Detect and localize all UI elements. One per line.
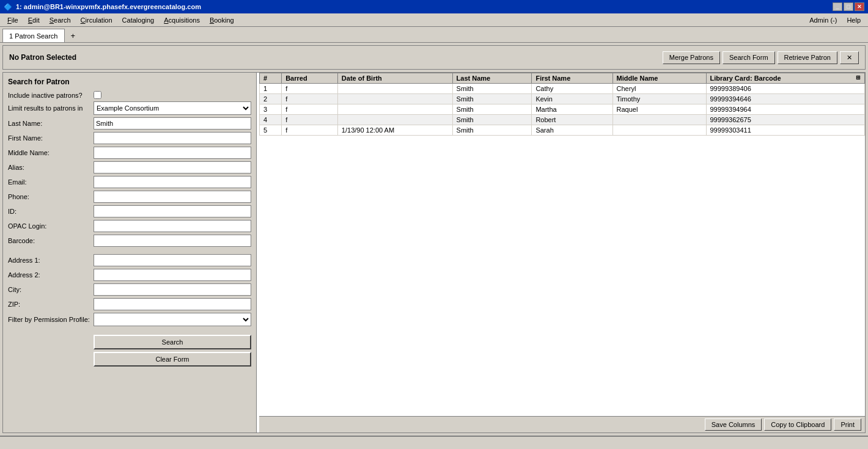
id-row: ID: bbox=[8, 205, 251, 217]
menu-file[interactable]: File bbox=[2, 15, 23, 25]
maximize-button[interactable]: □ bbox=[844, 2, 853, 11]
menu-circulation[interactable]: Circulation bbox=[76, 15, 117, 25]
col-header-num[interactable]: # bbox=[260, 73, 282, 84]
search-button[interactable]: Search bbox=[94, 335, 251, 349]
first-name-input[interactable] bbox=[94, 132, 251, 144]
cell-barred: f bbox=[282, 104, 338, 115]
cell-middleName: Timothy bbox=[612, 94, 706, 104]
limit-patrons-label: Limit results to patrons in bbox=[8, 104, 94, 112]
close-button[interactable]: ✕ bbox=[855, 2, 864, 11]
copy-to-clipboard-button[interactable]: Copy to Clipboard bbox=[764, 418, 831, 431]
cell-middleName: Raquel bbox=[612, 104, 706, 115]
menu-booking[interactable]: Booking bbox=[205, 15, 239, 25]
address2-label: Address 2: bbox=[8, 271, 94, 279]
top-banner: No Patron Selected Merge Patrons Search … bbox=[2, 45, 866, 70]
middle-name-input[interactable] bbox=[94, 147, 251, 159]
table-row[interactable]: 1fSmithCathyCheryl99999389406 bbox=[260, 84, 865, 94]
col-header-firstname[interactable]: First Name bbox=[532, 73, 612, 84]
cell-num: 1 bbox=[260, 84, 282, 94]
limit-patrons-row: Limit results to patrons in Example Cons… bbox=[8, 101, 251, 115]
col-header-lastname[interactable]: Last Name bbox=[452, 73, 532, 84]
address2-input[interactable] bbox=[94, 269, 251, 281]
id-input[interactable] bbox=[94, 205, 251, 217]
email-input[interactable] bbox=[94, 176, 251, 188]
opac-login-row: OPAC Login: bbox=[8, 220, 251, 232]
table-row[interactable]: 3fSmithMarthaRaquel99999394964 bbox=[260, 104, 865, 115]
menu-search[interactable]: Search bbox=[45, 15, 76, 25]
zip-row: ZIP: bbox=[8, 298, 251, 310]
city-row: City: bbox=[8, 283, 251, 296]
address1-label: Address 1: bbox=[8, 257, 94, 264]
address1-row: Address 1: bbox=[8, 254, 251, 266]
last-name-label: Last Name: bbox=[8, 120, 94, 127]
last-name-input[interactable] bbox=[94, 117, 251, 130]
middle-name-row: Middle Name: bbox=[8, 147, 251, 159]
search-form-button[interactable]: Search Form bbox=[723, 51, 775, 64]
city-label: City: bbox=[8, 286, 94, 293]
alias-row: Alias: bbox=[8, 161, 251, 173]
results-table: # Barred Date of Birth Last Name First N… bbox=[259, 73, 865, 136]
merge-patrons-button[interactable]: Merge Patrons bbox=[663, 51, 720, 64]
tab-patron-search[interactable]: 1 Patron Search bbox=[2, 29, 65, 42]
city-input[interactable] bbox=[94, 283, 251, 296]
cell-firstName: Sarah bbox=[532, 125, 612, 136]
main-content: No Patron Selected Merge Patrons Search … bbox=[0, 43, 868, 436]
cell-num: 2 bbox=[260, 94, 282, 104]
include-inactive-label: Include inactive patrons? bbox=[8, 92, 94, 99]
results-table-container[interactable]: # Barred Date of Birth Last Name First N… bbox=[259, 73, 865, 416]
minimize-button[interactable]: _ bbox=[833, 2, 842, 11]
cell-barcode: 99999303411 bbox=[706, 125, 865, 136]
work-area: Search for Patron Include inactive patro… bbox=[2, 72, 866, 433]
menu-edit[interactable]: Edit bbox=[23, 15, 45, 25]
middle-name-label: Middle Name: bbox=[8, 149, 94, 156]
zip-input[interactable] bbox=[94, 298, 251, 310]
print-button[interactable]: Print bbox=[834, 418, 861, 431]
cell-barcode: 99999394964 bbox=[706, 104, 865, 115]
col-header-middlename[interactable]: Middle Name bbox=[612, 73, 706, 84]
col-header-dob[interactable]: Date of Birth bbox=[337, 73, 452, 84]
cell-middleName: Cheryl bbox=[612, 84, 706, 94]
alias-input[interactable] bbox=[94, 161, 251, 173]
menu-cataloging[interactable]: Cataloging bbox=[117, 15, 160, 25]
address2-row: Address 2: bbox=[8, 269, 251, 281]
include-inactive-checkbox[interactable] bbox=[94, 91, 101, 99]
save-columns-button[interactable]: Save Columns bbox=[705, 418, 762, 431]
table-row[interactable]: 2fSmithKevinTimothy99999394646 bbox=[260, 94, 865, 104]
address1-input[interactable] bbox=[94, 254, 251, 266]
phone-input[interactable] bbox=[94, 191, 251, 203]
menu-admin[interactable]: Admin (-) bbox=[804, 15, 842, 25]
cell-lastName: Smith bbox=[452, 94, 532, 104]
cell-barcode: 99999394646 bbox=[706, 94, 865, 104]
permission-profile-label: Filter by Permission Profile: bbox=[8, 316, 94, 323]
cell-dob bbox=[337, 115, 452, 125]
cell-middleName bbox=[612, 115, 706, 125]
cell-dob: 1/13/90 12:00 AM bbox=[337, 125, 452, 136]
permission-profile-dropdown[interactable] bbox=[94, 313, 251, 326]
include-inactive-row: Include inactive patrons? bbox=[8, 91, 251, 99]
cell-barcode: 99999389406 bbox=[706, 84, 865, 94]
barcode-input[interactable] bbox=[94, 235, 251, 247]
tab-patron-search-label: 1 Patron Search bbox=[9, 32, 58, 40]
cell-barred: f bbox=[282, 84, 338, 94]
clear-form-button[interactable]: Clear Form bbox=[94, 352, 251, 367]
limit-patrons-dropdown[interactable]: Example Consortium bbox=[94, 101, 251, 115]
menu-acquisitions[interactable]: Acquisitions bbox=[159, 15, 205, 25]
cell-lastName: Smith bbox=[452, 104, 532, 115]
search-panel: Search for Patron Include inactive patro… bbox=[3, 73, 257, 433]
title-bar-controls[interactable]: _ □ ✕ bbox=[833, 2, 864, 11]
retrieve-patron-button[interactable]: Retrieve Patron bbox=[778, 51, 837, 64]
close-banner-button[interactable]: ✕ bbox=[840, 51, 859, 64]
results-panel: # Barred Date of Birth Last Name First N… bbox=[259, 73, 865, 433]
phone-row: Phone: bbox=[8, 191, 251, 203]
col-header-barcode[interactable]: Library Card: Barcode ⊞ bbox=[706, 73, 865, 84]
cell-firstName: Cathy bbox=[532, 84, 612, 94]
opac-login-label: OPAC Login: bbox=[8, 222, 94, 230]
table-row[interactable]: 5f1/13/90 12:00 AMSmithSarah99999303411 bbox=[260, 125, 865, 136]
cell-barred: f bbox=[282, 125, 338, 136]
menu-help[interactable]: Help bbox=[842, 15, 866, 25]
opac-login-input[interactable] bbox=[94, 220, 251, 232]
table-row[interactable]: 4fSmithRobert99999362675 bbox=[260, 115, 865, 125]
email-label: Email: bbox=[8, 178, 94, 186]
col-header-barred[interactable]: Barred bbox=[282, 73, 338, 84]
tab-add-button[interactable]: + bbox=[66, 29, 81, 42]
